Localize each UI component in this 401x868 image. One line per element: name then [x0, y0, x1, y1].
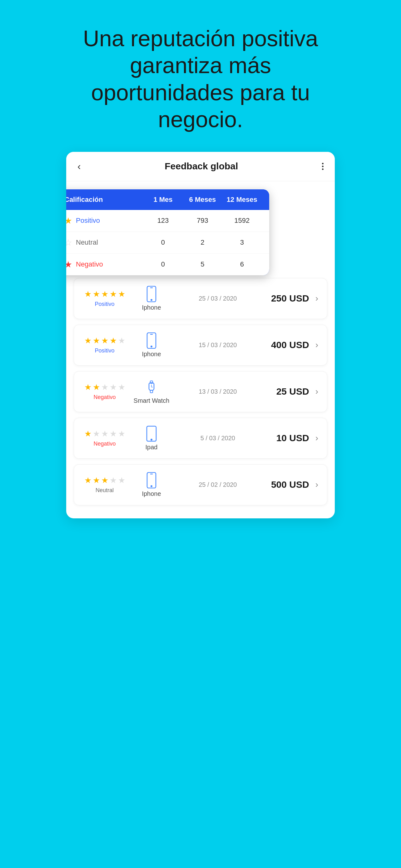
product-name-2: Smart Watch: [134, 397, 170, 404]
feedback-type-2: Negativo: [93, 394, 115, 401]
feedback-date-3: 5 / 03 / 2020: [176, 435, 259, 442]
negativo-star-icon: ★: [66, 259, 72, 270]
star-5: ★: [118, 336, 125, 346]
phone-icon: [146, 472, 157, 488]
feedback-item-2[interactable]: ★ ★ ★ ★ ★ Negativo Smart Watch 13 /: [74, 371, 327, 412]
more-dot: [322, 168, 324, 170]
col-1mes: 1 Mes: [143, 195, 183, 204]
star-5: ★: [118, 429, 125, 439]
star-2: ★: [93, 429, 100, 439]
more-dot: [322, 163, 324, 164]
chevron-icon-3: ›: [315, 433, 318, 443]
feedback-product-1: Iphone: [133, 333, 170, 358]
neutral-6meses: 2: [183, 239, 222, 247]
feedback-product-3: Ipad: [133, 426, 170, 451]
stats-header: Calificación 1 Mes 6 Meses 12 Meses: [66, 189, 269, 210]
star-4: ★: [110, 429, 117, 439]
col-6meses: 6 Meses: [183, 195, 222, 204]
star-2: ★: [93, 336, 100, 346]
stats-card: Calificación 1 Mes 6 Meses 12 Meses ★ Po…: [66, 189, 269, 275]
star-3: ★: [101, 429, 108, 439]
star-3: ★: [101, 289, 108, 299]
hero-title: Una reputación positiva garantiza más op…: [29, 0, 372, 152]
positivo-1mes: 123: [143, 217, 183, 225]
feedback-date-0: 25 / 03 / 2020: [176, 295, 259, 302]
negativo-12meses: 6: [222, 260, 262, 269]
svg-point-12: [151, 439, 153, 440]
feedback-item-1[interactable]: ★ ★ ★ ★ ★ Positivo Iphone 15 / 03 / 2020…: [74, 324, 327, 366]
feedback-list: ★ ★ ★ ★ ★ Positivo Iphone 25 / 03 / 2020…: [66, 278, 335, 518]
product-name-3: Ipad: [145, 444, 158, 451]
star-4: ★: [110, 289, 117, 299]
tablet-icon: [145, 426, 157, 442]
negativo-6meses: 5: [183, 260, 222, 269]
neutral-12meses: 3: [222, 239, 262, 247]
chevron-icon-2: ›: [315, 386, 318, 397]
neutral-star-icon: ☆: [66, 238, 72, 248]
positivo-label-cell: ★ Positivo: [66, 216, 143, 226]
star-5: ★: [118, 289, 125, 299]
back-button[interactable]: ‹: [77, 161, 81, 172]
feedback-type-3: Negativo: [93, 440, 115, 447]
feedback-item-3[interactable]: ★ ★ ★ ★ ★ Negativo Ipad 5 / 03 / 2020 10…: [74, 418, 327, 459]
negativo-label-cell: ★ Negativo: [66, 259, 143, 270]
negativo-1mes: 0: [143, 260, 183, 269]
stars-0: ★ ★ ★ ★ ★: [84, 289, 125, 299]
star-4: ★: [110, 382, 117, 392]
svg-point-2: [151, 299, 153, 301]
star-5: ★: [118, 382, 125, 392]
feedback-rating-1: ★ ★ ★ ★ ★ Positivo: [83, 336, 127, 354]
star-1: ★: [84, 429, 92, 439]
more-button[interactable]: [322, 163, 324, 170]
feedback-product-4: Iphone: [133, 472, 170, 497]
product-name-0: Iphone: [142, 304, 161, 311]
stats-row-positivo: ★ Positivo 123 793 1592: [66, 210, 269, 231]
positivo-label: Positivo: [76, 217, 100, 225]
star-3: ★: [101, 475, 108, 485]
feedback-rating-4: ★ ★ ★ ★ ★ Neutral: [83, 475, 127, 494]
positivo-star-icon: ★: [66, 216, 72, 226]
feedback-product-2: Smart Watch: [133, 379, 170, 404]
feedback-date-4: 25 / 02 / 2020: [176, 481, 259, 488]
feedback-type-0: Positivo: [95, 301, 114, 307]
feedback-item-4[interactable]: ★ ★ ★ ★ ★ Neutral Iphone 25 / 02 / 2020 …: [74, 464, 327, 505]
star-3: ★: [101, 336, 108, 346]
app-header: ‹ Feedback global: [66, 152, 335, 181]
stars-2: ★ ★ ★ ★ ★: [84, 382, 125, 392]
feedback-type-1: Positivo: [95, 347, 114, 354]
col-calificacion: Calificación: [66, 195, 143, 204]
feedback-date-2: 13 / 03 / 2020: [176, 388, 259, 395]
feedback-price-0: 250 USD: [265, 293, 309, 304]
star-2: ★: [93, 382, 100, 392]
negativo-label: Negativo: [76, 260, 103, 269]
app-card: ‹ Feedback global Calificación 1 Mes 6 M…: [66, 152, 335, 518]
star-2: ★: [93, 475, 100, 485]
star-5: ★: [118, 475, 125, 485]
feedback-rating-0: ★ ★ ★ ★ ★ Positivo: [83, 289, 127, 307]
stats-row-negativo: ★ Negativo 0 5 6: [66, 253, 269, 275]
star-1: ★: [84, 382, 92, 392]
product-name-1: Iphone: [142, 350, 161, 358]
chevron-icon-1: ›: [315, 340, 318, 350]
watch-icon: [146, 379, 157, 395]
col-12meses: 12 Meses: [222, 195, 262, 204]
stars-4: ★ ★ ★ ★ ★: [84, 475, 125, 485]
feedback-price-2: 25 USD: [265, 386, 309, 397]
feedback-price-1: 400 USD: [265, 340, 309, 350]
stats-row-neutral: ☆ Neutral 0 2 3: [66, 231, 269, 253]
feedback-price-3: 10 USD: [265, 433, 309, 443]
star-1: ★: [84, 336, 92, 346]
positivo-6meses: 793: [183, 217, 222, 225]
neutral-1mes: 0: [143, 239, 183, 247]
feedback-rating-3: ★ ★ ★ ★ ★ Negativo: [83, 429, 127, 447]
star-4: ★: [110, 336, 117, 346]
neutral-label-cell: ☆ Neutral: [66, 238, 143, 248]
svg-point-5: [151, 346, 153, 347]
feedback-item-0[interactable]: ★ ★ ★ ★ ★ Positivo Iphone 25 / 03 / 2020…: [74, 278, 327, 319]
star-1: ★: [84, 475, 92, 485]
feedback-product-0: Iphone: [133, 286, 170, 311]
chevron-icon-4: ›: [315, 479, 318, 490]
stars-3: ★ ★ ★ ★ ★: [84, 429, 125, 439]
feedback-type-4: Neutral: [96, 487, 114, 494]
stars-1: ★ ★ ★ ★ ★: [84, 336, 125, 346]
